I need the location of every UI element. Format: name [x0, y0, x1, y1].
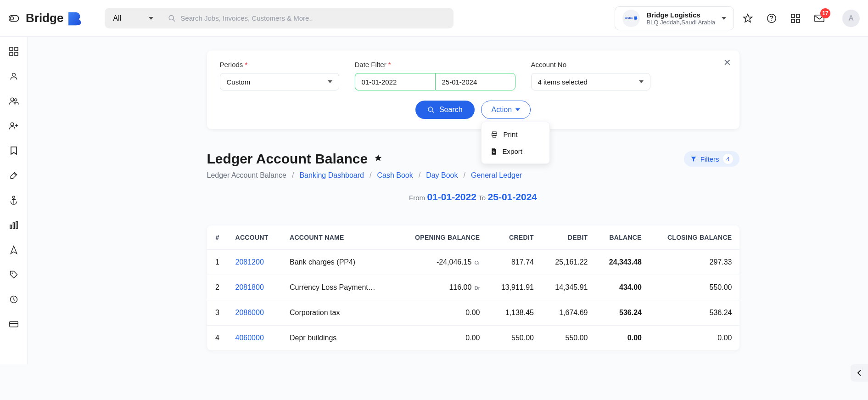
profile-avatar[interactable]: A [842, 10, 860, 27]
svg-rect-12 [10, 47, 13, 51]
account-link[interactable]: 2081200 [235, 258, 264, 266]
org-sub: BLQ Jeddah,Saudi Arabia [646, 19, 715, 26]
cell-balance: 24,343.48 [595, 250, 649, 275]
cell-account: 2086000 [228, 300, 283, 326]
svg-point-6 [771, 20, 772, 21]
action-export[interactable]: Export [482, 143, 549, 160]
cell-balance: 434.00 [595, 275, 649, 300]
col-idx: # [207, 225, 228, 250]
action-button[interactable]: Action [481, 101, 531, 119]
cell-name: Bank charges (PP4) [282, 250, 397, 275]
col-closing: CLOSING BALANCE [649, 225, 739, 250]
svg-rect-37 [493, 135, 496, 137]
star-icon[interactable] [742, 13, 753, 24]
cell-credit: 817.74 [487, 250, 541, 275]
date-filter-label: Date Filter * [355, 61, 515, 68]
svg-line-34 [432, 111, 434, 113]
apps-icon[interactable] [790, 13, 801, 24]
cell-idx: 3 [207, 300, 228, 326]
anchor-icon[interactable] [8, 195, 19, 206]
search-button[interactable]: Search [415, 101, 475, 119]
cell-closing: 536.24 [649, 300, 739, 326]
svg-point-16 [12, 73, 15, 76]
tag-icon[interactable] [8, 269, 19, 280]
date-from-input[interactable]: 01-01-2022 [355, 73, 435, 90]
svg-line-3 [173, 19, 175, 21]
help-icon[interactable] [766, 13, 777, 24]
logo-text: Bridge [26, 11, 63, 25]
favorite-star-icon[interactable] [374, 154, 382, 164]
action-menu: Print Export [481, 122, 550, 164]
svg-rect-31 [9, 321, 17, 327]
svg-rect-26 [10, 225, 11, 229]
col-credit: CREDIT [487, 225, 541, 250]
cell-debit: 1,674.69 [541, 300, 595, 326]
search-icon [168, 14, 176, 23]
logo-mark-icon [66, 11, 82, 26]
cell-balance: 536.24 [595, 300, 649, 326]
cell-closing: 550.00 [649, 275, 739, 300]
cell-credit: 550.00 [487, 326, 541, 351]
user-icon[interactable] [8, 71, 19, 82]
cell-debit: 25,161.22 [541, 250, 595, 275]
date-to-input[interactable]: 25-01-2024 [435, 73, 515, 90]
sidebar-toggle-icon[interactable] [8, 13, 19, 24]
page-title: Ledger Account Balance [207, 151, 368, 167]
svg-rect-8 [796, 14, 800, 17]
filters-chip[interactable]: Filters 4 [684, 151, 739, 167]
periods-value: Custom [227, 78, 251, 86]
clock-icon[interactable] [8, 294, 19, 305]
action-print[interactable]: Print [482, 126, 549, 143]
users-icon[interactable] [8, 96, 19, 107]
main-content: ✕ Periods * Custom Date Filter * 01-01-2… [28, 37, 868, 364]
cell-idx: 4 [207, 326, 228, 351]
filters-count: 4 [723, 154, 733, 164]
cell-balance: 0.00 [595, 326, 649, 351]
crumb-day-book[interactable]: Day Book [426, 171, 458, 180]
periods-select[interactable]: Custom [220, 73, 339, 90]
chevron-down-icon [515, 108, 520, 111]
table-row: 32086000Corporation tax0.001,138.451,674… [207, 300, 739, 326]
cell-debit: 550.00 [541, 326, 595, 351]
col-opening: OPENING BALANCE [397, 225, 487, 250]
bookmark-icon[interactable] [8, 145, 19, 156]
analytics-icon[interactable] [8, 220, 19, 231]
cell-closing: 297.33 [649, 250, 739, 275]
crumb-current: Ledger Account Balance [207, 171, 286, 180]
dashboard-icon[interactable] [8, 46, 19, 57]
add-user-icon[interactable] [8, 120, 19, 131]
crumb-cash-book[interactable]: Cash Book [377, 171, 413, 180]
print-icon [491, 131, 498, 138]
account-link[interactable]: 2081800 [235, 283, 264, 291]
logo[interactable]: Bridge [26, 11, 82, 26]
notif-badge: 17 [820, 8, 830, 18]
navigation-icon[interactable] [8, 244, 19, 255]
search-input[interactable] [180, 14, 447, 22]
range-from: 01-01-2022 [427, 192, 476, 202]
cell-credit: 13,911.91 [487, 275, 541, 300]
account-link[interactable]: 4060000 [235, 334, 264, 342]
export-icon [491, 148, 497, 155]
chevron-down-icon [149, 17, 153, 20]
ledger-table: # ACCOUNT ACCOUNT NAME OPENING BALANCE C… [207, 225, 739, 350]
crumb-banking-dashboard[interactable]: Banking Dashboard [299, 171, 364, 180]
cell-closing: 0.00 [649, 326, 739, 351]
cell-opening: 116.00 Dr [397, 275, 487, 300]
card-icon[interactable] [8, 319, 19, 330]
search-type-dropdown[interactable]: All [105, 14, 162, 23]
cell-idx: 2 [207, 275, 228, 300]
topbar: Bridge All Bridge Bridge Logistics BLQ J… [0, 0, 868, 37]
table-row: 44060000Depr buildings0.00550.00550.000.… [207, 326, 739, 351]
cell-opening: 0.00 [397, 326, 487, 351]
col-balance: BALANCE [595, 225, 649, 250]
org-selector[interactable]: Bridge Bridge Logistics BLQ Jeddah,Saudi… [615, 6, 734, 30]
crumb-general-ledger[interactable]: General Ledger [471, 171, 522, 180]
edit-icon[interactable] [8, 170, 19, 181]
account-link[interactable]: 2086000 [235, 309, 264, 316]
cell-account: 2081800 [228, 275, 283, 300]
col-name: ACCOUNT NAME [282, 225, 397, 250]
account-select[interactable]: 4 items selected [531, 73, 650, 90]
range-to: 25-01-2024 [488, 192, 537, 202]
close-icon[interactable]: ✕ [723, 57, 731, 68]
mail-icon[interactable]: 17 [814, 13, 825, 24]
